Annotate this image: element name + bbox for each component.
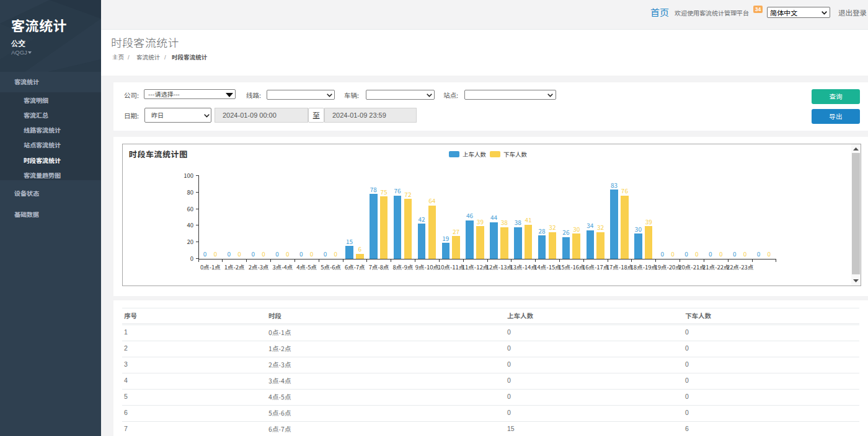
- svg-text:32: 32: [549, 222, 556, 232]
- svg-text:0: 0: [228, 249, 231, 258]
- svg-text:11点-12点: 11点-12点: [462, 263, 489, 271]
- svg-text:46: 46: [466, 211, 474, 220]
- svg-text:27: 27: [453, 227, 460, 236]
- svg-text:44: 44: [490, 212, 498, 222]
- svg-text:34: 34: [587, 220, 594, 230]
- svg-text:28: 28: [539, 226, 546, 235]
- svg-text:76: 76: [394, 186, 402, 195]
- svg-text:80: 80: [187, 188, 193, 196]
- svg-text:26: 26: [562, 227, 570, 237]
- svg-text:30: 30: [635, 224, 642, 233]
- svg-text:0: 0: [733, 249, 737, 258]
- svg-text:7点-8点: 7点-8点: [369, 263, 389, 271]
- svg-text:8点-9点: 8点-9点: [393, 263, 414, 271]
- svg-text:41: 41: [525, 215, 532, 224]
- svg-text:0: 0: [299, 249, 303, 258]
- svg-text:18点-19点: 18点-19点: [631, 263, 657, 271]
- svg-text:0: 0: [671, 249, 675, 258]
- svg-text:39: 39: [645, 217, 653, 226]
- svg-text:15: 15: [346, 237, 353, 246]
- svg-text:4点-5点: 4点-5点: [296, 263, 317, 271]
- svg-text:17点-18点: 17点-18点: [606, 263, 633, 271]
- svg-text:2点-3点: 2点-3点: [249, 263, 269, 271]
- svg-text:76: 76: [621, 186, 629, 195]
- svg-text:19: 19: [442, 233, 450, 243]
- svg-text:0: 0: [768, 249, 771, 258]
- svg-text:1点-2点: 1点-2点: [224, 263, 245, 271]
- svg-text:72: 72: [404, 190, 412, 199]
- svg-text:38: 38: [501, 217, 508, 227]
- svg-text:0: 0: [757, 249, 761, 258]
- svg-text:100: 100: [184, 171, 193, 180]
- svg-text:0: 0: [695, 249, 699, 258]
- svg-text:0: 0: [286, 249, 290, 258]
- svg-text:14点-15点: 14点-15点: [534, 263, 560, 271]
- svg-text:40: 40: [187, 220, 193, 229]
- svg-text:13点-14点: 13点-14点: [510, 263, 537, 271]
- svg-text:9点-10点: 9点-10点: [415, 263, 439, 271]
- svg-text:21点-22点: 21点-22点: [702, 263, 729, 271]
- svg-text:20点-21点: 20点-21点: [678, 263, 705, 271]
- svg-text:75: 75: [381, 187, 388, 196]
- svg-text:0: 0: [237, 249, 241, 258]
- svg-text:42: 42: [418, 214, 425, 224]
- svg-text:0: 0: [275, 249, 279, 258]
- svg-text:20: 20: [187, 237, 193, 246]
- svg-text:83: 83: [611, 180, 618, 190]
- svg-text:15点-16点: 15点-16点: [558, 263, 585, 271]
- svg-text:0: 0: [262, 249, 265, 258]
- svg-text:0: 0: [310, 249, 314, 258]
- svg-text:6: 6: [358, 244, 362, 253]
- svg-text:60: 60: [187, 204, 193, 213]
- svg-text:上车人数: 上车人数: [463, 150, 487, 159]
- svg-text:78: 78: [370, 185, 378, 194]
- svg-text:38: 38: [515, 217, 522, 227]
- svg-text:0: 0: [324, 249, 327, 258]
- svg-text:10点-11点: 10点-11点: [438, 263, 464, 271]
- svg-text:32: 32: [597, 222, 604, 232]
- svg-text:0: 0: [709, 249, 712, 258]
- svg-text:0点-1点: 0点-1点: [200, 263, 221, 271]
- svg-text:30: 30: [573, 224, 580, 233]
- svg-text:0: 0: [661, 249, 665, 258]
- svg-text:0: 0: [214, 249, 218, 258]
- svg-text:0: 0: [684, 249, 688, 258]
- svg-text:16点-17点: 16点-17点: [582, 263, 609, 271]
- svg-text:0: 0: [719, 249, 723, 258]
- svg-text:19点-20点: 19点-20点: [655, 263, 681, 271]
- svg-text:12点-13点: 12点-13点: [486, 263, 513, 271]
- svg-text:0: 0: [251, 249, 255, 258]
- svg-text:下车人数: 下车人数: [503, 150, 528, 159]
- svg-text:0: 0: [334, 249, 338, 258]
- svg-text:0: 0: [743, 249, 747, 258]
- svg-text:0: 0: [190, 254, 193, 263]
- svg-text:5点-6点: 5点-6点: [321, 263, 341, 271]
- svg-text:22点-23点: 22点-23点: [727, 263, 753, 271]
- svg-text:6点-7点: 6点-7点: [345, 263, 365, 271]
- svg-text:3点-4点: 3点-4点: [272, 263, 293, 271]
- svg-text:64: 64: [428, 196, 436, 205]
- svg-text:0: 0: [203, 249, 207, 258]
- svg-text:39: 39: [477, 217, 484, 226]
